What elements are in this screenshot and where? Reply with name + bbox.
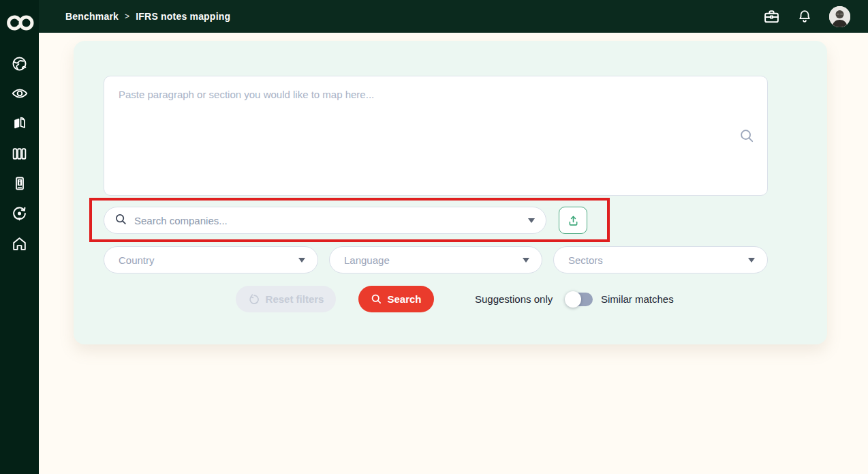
topbar: Benchmark > IFRS notes mapping — [0, 0, 868, 33]
device-info-icon — [12, 175, 28, 192]
match-mode-toggle[interactable] — [565, 292, 593, 307]
company-search-combobox[interactable] — [104, 207, 546, 234]
briefcase-icon[interactable] — [763, 8, 780, 25]
compare-pages-icon — [12, 115, 28, 132]
breadcrumb-page: IFRS notes mapping — [136, 11, 230, 22]
home-icon — [11, 235, 28, 252]
main-content: Country Language Sectors Reset filters S… — [39, 33, 868, 474]
mapping-card: Country Language Sectors Reset filters S… — [74, 41, 827, 344]
filter-language-label: Language — [344, 254, 390, 266]
infinity-co-logo[interactable] — [5, 12, 35, 33]
search-icon — [739, 128, 756, 147]
chevron-down-icon — [748, 258, 755, 263]
sidebar — [0, 0, 39, 474]
upload-company-list-button[interactable] — [559, 207, 587, 234]
suggestions-only-label: Suggestions only — [475, 286, 553, 312]
sidebar-item-device-info[interactable] — [6, 175, 33, 192]
filter-country-label: Country — [119, 254, 155, 266]
paste-area-wrap — [104, 76, 768, 196]
sidebar-nav — [6, 55, 33, 252]
chevron-down-icon — [523, 258, 529, 263]
sidebar-item-globe[interactable] — [6, 55, 33, 72]
search-button-label: Search — [387, 293, 421, 305]
breadcrumb-section[interactable]: Benchmark — [65, 11, 119, 22]
filter-country-dropdown[interactable]: Country — [104, 246, 318, 273]
toggle-knob[interactable] — [565, 291, 581, 308]
breadcrumb: Benchmark > IFRS notes mapping — [65, 0, 230, 33]
reset-filters-label: Reset filters — [266, 293, 324, 305]
eye-icon — [11, 85, 29, 102]
user-avatar[interactable] — [829, 6, 850, 27]
filter-sectors-label: Sectors — [568, 254, 603, 266]
similar-matches-label: Similar matches — [601, 286, 674, 312]
bell-icon[interactable] — [797, 8, 812, 25]
columns-icon — [11, 145, 28, 162]
chevron-down-icon[interactable] — [528, 218, 535, 223]
upload-icon — [567, 214, 580, 227]
breadcrumb-separator: > — [125, 12, 129, 21]
location-sync-icon — [11, 205, 28, 222]
topbar-actions — [763, 0, 850, 33]
sidebar-item-eye[interactable] — [6, 85, 33, 102]
globe-icon — [11, 55, 28, 72]
sidebar-item-columns[interactable] — [6, 145, 33, 162]
sidebar-item-compare[interactable] — [6, 115, 33, 132]
sidebar-item-home[interactable] — [6, 235, 33, 252]
company-search-input[interactable] — [134, 215, 528, 226]
search-icon — [114, 213, 127, 228]
sidebar-item-location-sync[interactable] — [6, 205, 33, 222]
filter-language-dropdown[interactable]: Language — [329, 246, 542, 273]
search-icon — [371, 293, 382, 305]
reset-icon — [248, 293, 260, 306]
reset-filters-button[interactable]: Reset filters — [236, 286, 336, 312]
paste-paragraph-textarea[interactable] — [104, 76, 768, 196]
search-button[interactable]: Search — [358, 286, 434, 312]
chevron-down-icon — [298, 258, 305, 263]
filter-sectors-dropdown[interactable]: Sectors — [553, 246, 768, 273]
